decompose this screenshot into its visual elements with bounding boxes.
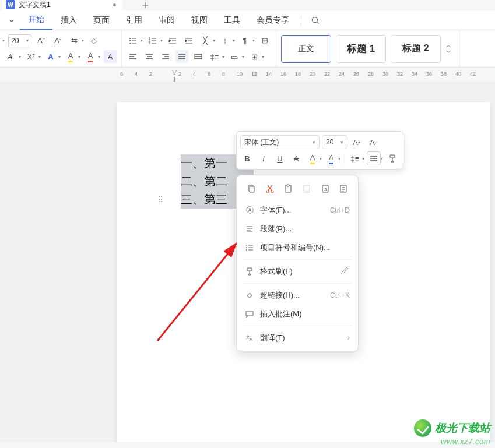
- ctx-cut-button[interactable]: [262, 181, 278, 196]
- style-normal[interactable]: 正文: [281, 35, 331, 63]
- bullets-button[interactable]: [127, 34, 139, 47]
- format-painter-icon: [245, 267, 254, 276]
- ruler[interactable]: ▽ ▯ 642246810121416182022242628303234363…: [117, 68, 495, 82]
- align-justify-button[interactable]: [175, 50, 188, 63]
- watermark-url: www.xz7.com: [414, 437, 490, 446]
- mini-font-color-button[interactable]: A: [324, 151, 338, 165]
- ctx-copy-button[interactable]: [244, 181, 259, 196]
- symbol-button[interactable]: ¶: [238, 34, 251, 47]
- menu-search-icon[interactable]: [305, 12, 326, 29]
- bullets-icon: [245, 243, 254, 252]
- chev-icon[interactable]: ▾: [141, 38, 143, 43]
- chev-icon[interactable]: ▾: [58, 54, 61, 59]
- tab-close-icon[interactable]: ●: [113, 1, 117, 9]
- chev-icon[interactable]: ▾: [38, 54, 41, 59]
- chev-icon[interactable]: ▾: [222, 54, 224, 59]
- numbering-button[interactable]: 123: [146, 34, 159, 47]
- chev-icon[interactable]: ▾: [242, 54, 244, 59]
- menu-view[interactable]: 视图: [183, 12, 216, 29]
- ctx-format-painter-item[interactable]: 格式刷(F): [237, 262, 358, 281]
- mini-font-size-combo[interactable]: 20 ▾: [322, 135, 347, 149]
- doc-tab[interactable]: W 文字文稿1 ●: [2, 0, 122, 11]
- font-color-button[interactable]: A: [84, 50, 97, 63]
- ctx-paste-format-button[interactable]: [336, 181, 351, 196]
- gallery-more-button[interactable]: [445, 45, 455, 53]
- highlight-button[interactable]: A: [64, 50, 77, 63]
- align-right-button[interactable]: [159, 50, 172, 63]
- mini-font-grow-button[interactable]: A+: [350, 135, 364, 149]
- menu-reference[interactable]: 引用: [118, 12, 150, 29]
- increase-indent-button[interactable]: [182, 34, 195, 47]
- mini-font-name-combo[interactable]: 宋体 (正文) ▾: [240, 135, 320, 149]
- superscript-button[interactable]: X²: [24, 50, 37, 63]
- menu-tools[interactable]: 工具: [216, 12, 248, 29]
- chev-icon[interactable]: ▾: [233, 38, 235, 43]
- chev-icon[interactable]: ▾: [381, 156, 383, 161]
- chev-icon[interactable]: ▾: [213, 38, 215, 43]
- mini-line-spacing-button[interactable]: ‡≡: [348, 151, 362, 165]
- font-shrink-button[interactable]: A-: [51, 34, 64, 47]
- mini-strike-button[interactable]: A: [289, 151, 303, 165]
- align-left-button[interactable]: [127, 50, 139, 63]
- chev-icon[interactable]: ▾: [78, 54, 80, 59]
- chev-icon[interactable]: ▾: [19, 54, 21, 59]
- ctx-bullets-item[interactable]: 项目符号和编号(N)...: [237, 238, 358, 257]
- style-heading2[interactable]: 标题 2: [391, 35, 441, 63]
- document-page[interactable]: 一、第一 二、第二 三、第三 ⠿ 宋体 (正文) ▾ 20 ▾ A+ A- B: [117, 102, 490, 442]
- subscript-button[interactable]: A.: [5, 50, 17, 63]
- line-spacing-button[interactable]: ‡≡: [208, 50, 221, 63]
- drag-handle-icon[interactable]: ⠿: [157, 195, 164, 204]
- shading-button[interactable]: ▭: [228, 50, 241, 63]
- mini-underline-button[interactable]: U: [273, 151, 287, 165]
- font-name-chev-icon[interactable]: ▾: [2, 38, 5, 43]
- menu-insert[interactable]: 插入: [52, 12, 85, 29]
- menu-start[interactable]: 开始: [20, 11, 52, 30]
- tab-add-button[interactable]: ＋: [140, 0, 150, 12]
- ctx-comment-item[interactable]: 插入批注(M): [237, 305, 358, 323]
- menu-page[interactable]: 页面: [85, 12, 118, 29]
- style-heading1[interactable]: 标题 1: [336, 35, 386, 63]
- chev-icon[interactable]: ▾: [362, 156, 364, 161]
- chev-icon[interactable]: ▾: [338, 156, 340, 161]
- mini-italic-button[interactable]: I: [257, 151, 271, 165]
- mini-align-button[interactable]: [367, 151, 381, 165]
- align-distributed-button[interactable]: [192, 50, 205, 63]
- borders-button[interactable]: ⊞: [248, 50, 261, 63]
- ctx-font-item[interactable]: Ⓐ 字体(F)... Ctrl+D: [237, 201, 358, 220]
- ctx-hyperlink-item[interactable]: 超链接(H)... Ctrl+K: [237, 286, 358, 305]
- mini-font-shrink-button[interactable]: A-: [366, 135, 380, 149]
- mini-highlight-button[interactable]: A: [306, 151, 320, 165]
- sort-button[interactable]: ↕: [219, 34, 231, 47]
- clear-format-button[interactable]: ◇: [87, 34, 100, 47]
- ribbon-paragraph-group: ▾ 123 ▾ ╳▾ ↕▾ ¶▾ ⊞ ‡≡▾ ▭▾ ⊞▾: [122, 30, 276, 67]
- show-marks-button[interactable]: ⊞: [258, 34, 271, 47]
- ctx-translate-item[interactable]: 文A 翻译(T) ›: [237, 329, 358, 347]
- menu-member[interactable]: 会员专享: [248, 12, 297, 29]
- ruler-left-indent-marker[interactable]: ▯: [172, 75, 175, 82]
- font-size-combo[interactable]: 20 ▾: [8, 34, 31, 47]
- ctx-paragraph-item[interactable]: 段落(P)...: [237, 220, 358, 238]
- mini-bold-button[interactable]: B: [240, 151, 254, 165]
- mini-format-painter-button[interactable]: [385, 151, 399, 165]
- decrease-indent-button[interactable]: [166, 34, 179, 47]
- char-shading-button[interactable]: A: [104, 50, 117, 63]
- chev-icon[interactable]: ▾: [320, 156, 322, 161]
- change-case-button[interactable]: ⇆: [68, 34, 80, 47]
- chev-icon[interactable]: ▾: [252, 38, 255, 43]
- ruler-tick: 6: [208, 71, 210, 77]
- menu-collapse-icon[interactable]: [3, 13, 20, 27]
- text-effects-button[interactable]: A: [44, 50, 57, 63]
- chev-icon[interactable]: ▾: [262, 54, 264, 59]
- chev-icon[interactable]: ▾: [160, 38, 163, 43]
- chev-icon[interactable]: ▾: [82, 38, 84, 43]
- char-scale-button[interactable]: ╳: [199, 34, 212, 47]
- chev-icon[interactable]: ▾: [98, 54, 100, 59]
- align-center-button[interactable]: [143, 50, 156, 63]
- menu-review[interactable]: 审阅: [150, 12, 183, 29]
- menu-separator: [301, 15, 301, 26]
- ctx-paste-special-button[interactable]: [299, 181, 314, 196]
- ctx-paste-text-button[interactable]: A: [318, 181, 333, 196]
- ctx-paste-button[interactable]: [280, 181, 296, 196]
- ribbon: ▾ 20 ▾ A+ A- ⇆▾ ◇ A.▾ X²▾ A▾ A▾ A▾ A ▾ 1…: [0, 30, 495, 68]
- font-grow-button[interactable]: A+: [35, 34, 48, 47]
